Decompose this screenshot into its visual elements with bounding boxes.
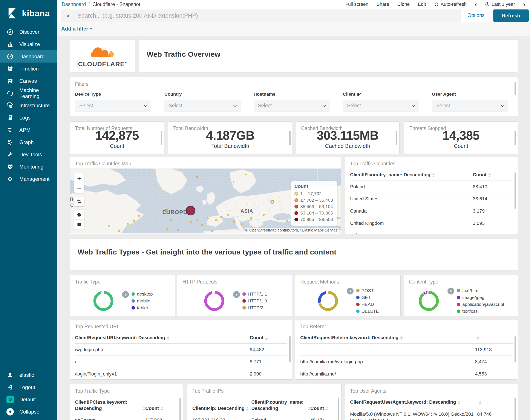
- sidebar-item-visualize[interactable]: Visualize: [0, 38, 57, 50]
- sort-arrows-icon[interactable]: [246, 407, 249, 411]
- scrollbar[interactable]: [515, 131, 516, 145]
- breadcrumb-dashboard-link[interactable]: Dashboard: [62, 1, 86, 7]
- scrollbar[interactable]: [515, 172, 516, 209]
- expand-legend-button[interactable]: [233, 291, 240, 298]
- sidebar-item-logout[interactable]: Logout: [0, 381, 57, 393]
- time-back-button[interactable]: ‹: [475, 1, 477, 8]
- column-header[interactable]: ClientIP.country_name: Descending: [251, 399, 310, 411]
- legend-item[interactable]: HEAD: [356, 301, 379, 308]
- world-map[interactable]: TH IC EUROPE ASIA: [70, 168, 341, 233]
- http-protocols-donut[interactable]: [203, 289, 226, 312]
- edit-button[interactable]: Edit: [418, 1, 426, 7]
- share-button[interactable]: Share: [377, 1, 389, 7]
- full-screen-button[interactable]: Full screen: [345, 1, 368, 7]
- sidebar-item-dev-tools[interactable]: Dev Tools: [0, 148, 57, 161]
- legend-item[interactable]: image/jpeg: [457, 294, 504, 301]
- sort-arrows-icon[interactable]: [143, 407, 145, 411]
- add-filter-link[interactable]: Add a filter+: [61, 26, 92, 32]
- column-header[interactable]: [475, 335, 513, 341]
- clone-button[interactable]: Clone: [398, 1, 410, 7]
- sidebar-item-management[interactable]: Management: [0, 173, 57, 185]
- column-header[interactable]: ClientRequestURI.keyword: Descending: [75, 335, 250, 341]
- options-link[interactable]: Options: [468, 13, 485, 18]
- sidebar-item-graph[interactable]: Graph: [0, 136, 57, 148]
- scrollbar[interactable]: [396, 131, 398, 145]
- sidebar-item-apm[interactable]: APM: [0, 124, 57, 136]
- expand-legend-button[interactable]: [122, 291, 129, 298]
- sidebar-item-collapse[interactable]: Collapse: [0, 405, 57, 418]
- sort-arrows-icon[interactable]: [477, 336, 479, 340]
- traffic-type-donut[interactable]: [92, 289, 115, 312]
- legend-item[interactable]: application/javascript: [457, 301, 504, 308]
- column-header[interactable]: ClientRequestUserAgent.keyword: Descendi…: [350, 399, 477, 405]
- content-type-donut[interactable]: [417, 289, 440, 312]
- request-methods-donut[interactable]: [317, 289, 339, 312]
- scrollbar[interactable]: [515, 82, 516, 95]
- sidebar-item-space-default[interactable]: D Default: [0, 393, 57, 405]
- sidebar-item-dashboard[interactable]: Dashboard: [0, 50, 57, 62]
- column-header[interactable]: Count: [473, 172, 513, 178]
- sort-arrows-icon[interactable]: [400, 336, 403, 340]
- legend-item[interactable]: POST: [356, 287, 379, 294]
- column-header[interactable]: Count: [145, 399, 177, 411]
- hostname-select[interactable]: Select...: [254, 100, 330, 112]
- scrollbar[interactable]: [161, 131, 162, 145]
- scrollbar[interactable]: [338, 398, 339, 420]
- zoom-out-button[interactable]: −: [74, 183, 84, 193]
- scrollbar[interactable]: [515, 336, 516, 362]
- device-type-select[interactable]: Select...: [75, 100, 151, 112]
- legend-item[interactable]: GET: [356, 294, 379, 301]
- sidebar-item-timelion[interactable]: Timelion: [0, 62, 57, 75]
- legend-item[interactable]: text/html: [457, 287, 504, 294]
- column-header[interactable]: [477, 399, 513, 405]
- sidebar-item-user[interactable]: elastic: [0, 369, 57, 381]
- legend-item[interactable]: desktop: [132, 291, 153, 298]
- scrollbar[interactable]: [289, 131, 291, 145]
- country-select[interactable]: Select...: [164, 100, 241, 112]
- sidebar-item-canvas[interactable]: Canvas: [0, 75, 57, 87]
- scrollbar[interactable]: [515, 398, 516, 420]
- legend-item[interactable]: HTTP/2: [242, 304, 267, 311]
- time-forward-button[interactable]: ›: [523, 1, 525, 8]
- sidebar-item-logs[interactable]: Logs: [0, 112, 57, 124]
- column-header[interactable]: ClientIP.ip: Descending: [192, 399, 251, 411]
- legend-item[interactable]: tablet: [132, 304, 153, 311]
- sort-arrows-icon[interactable]: [479, 401, 481, 405]
- sort-arrows-icon[interactable]: [167, 336, 169, 340]
- sort-arrows-icon[interactable]: [308, 407, 310, 411]
- user-agent-select[interactable]: Select...: [432, 100, 508, 112]
- sidebar-item-discover[interactable]: Discover: [0, 26, 57, 38]
- legend-item[interactable]: text/css: [457, 308, 504, 315]
- search-bar[interactable]: >_: [61, 9, 461, 22]
- legend-item[interactable]: mobile: [132, 298, 153, 304]
- scrollbar[interactable]: [179, 398, 181, 420]
- column-header[interactable]: Count: [310, 399, 336, 411]
- sort-arrows-icon[interactable]: [161, 407, 163, 411]
- refresh-button[interactable]: Refresh: [493, 9, 529, 22]
- map-bubble-poland[interactable]: [186, 206, 195, 215]
- sort-arrows-icon[interactable]: [326, 407, 328, 411]
- client-ip-select[interactable]: Select...: [343, 100, 419, 112]
- kibana-logo[interactable]: kibana: [0, 0, 57, 26]
- sort-arrows-icon[interactable]: [488, 173, 491, 177]
- scrollbar[interactable]: [289, 336, 291, 362]
- search-input[interactable]: [78, 13, 456, 19]
- column-header[interactable]: ClientRequestReferer.keyword: Descending: [300, 335, 475, 341]
- column-header[interactable]: ClientIPClass.keyword: Descending: [75, 399, 145, 411]
- sidebar-item-machine-learning[interactable]: Machine Learning: [0, 87, 57, 99]
- column-header[interactable]: ClientIP.country_name: Descending: [350, 172, 473, 178]
- draw-polygon-button[interactable]: [74, 210, 84, 220]
- expand-legend-button[interactable]: [447, 288, 454, 295]
- sort-arrows-icon[interactable]: [432, 173, 435, 177]
- auto-refresh-button[interactable]: Auto-refresh: [434, 1, 467, 7]
- legend-item[interactable]: DELETE: [356, 308, 379, 315]
- sort-arrows-icon[interactable]: [265, 339, 268, 340]
- fit-bounds-button[interactable]: [74, 196, 84, 206]
- sidebar-item-infrastructure[interactable]: Infrastructure: [0, 99, 57, 112]
- sidebar-item-monitoring[interactable]: Monitoring: [0, 161, 57, 173]
- zoom-in-button[interactable]: +: [74, 173, 84, 183]
- expand-legend-button[interactable]: [347, 288, 353, 295]
- legend-item[interactable]: HTTP/1.0: [242, 298, 267, 304]
- column-header[interactable]: Count: [250, 335, 287, 341]
- draw-rectangle-button[interactable]: [74, 220, 84, 230]
